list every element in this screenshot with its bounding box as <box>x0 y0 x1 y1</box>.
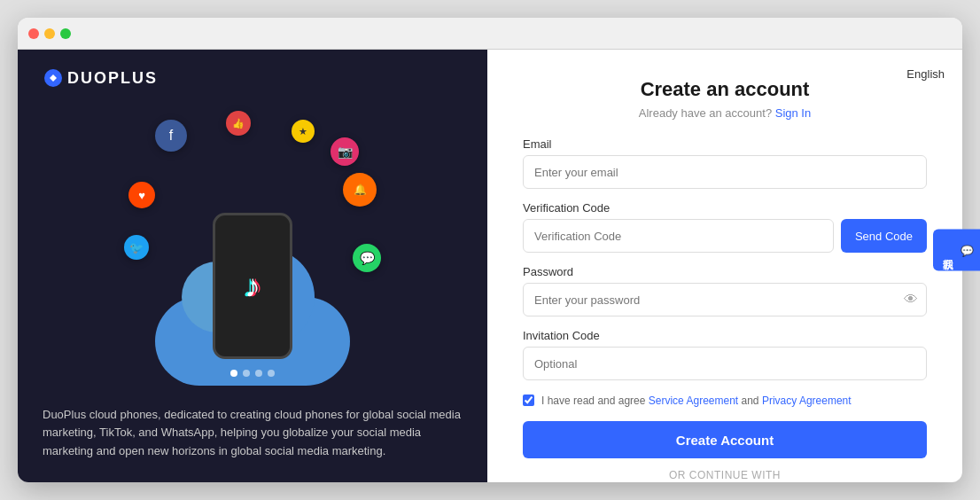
send-code-button[interactable]: Send Code <box>841 219 927 253</box>
verification-label: Verification Code <box>523 201 927 215</box>
like-icon: 👍 <box>226 111 251 136</box>
signin-link[interactable]: Sign In <box>775 106 811 120</box>
verification-group: Verification Code Send Code <box>523 201 927 253</box>
logo: DUOPLUS <box>43 67 158 89</box>
star-icon: ★ <box>292 120 315 143</box>
phone-dot <box>255 370 262 377</box>
notification-icon: 🔔 <box>343 173 377 207</box>
phone-dots <box>230 370 275 377</box>
titlebar <box>18 18 962 50</box>
agreement-text: I have read and agree Service Agreement … <box>541 393 852 409</box>
email-input[interactable] <box>523 155 927 189</box>
right-panel: English Create an account Already have a… <box>487 50 962 482</box>
left-description: DuoPlus cloud phones, dedicated to creat… <box>43 406 463 461</box>
invitation-label: Invitation Code <box>523 329 927 342</box>
minimize-button[interactable] <box>44 28 55 39</box>
create-account-button[interactable]: Create Account <box>523 421 927 458</box>
main-content: DUOPLUS ♪ <box>18 50 962 482</box>
form-subtitle: Already have an account? Sign In <box>523 106 927 120</box>
whatsapp-icon: 💬 <box>353 244 381 272</box>
password-label: Password <box>523 265 927 278</box>
privacy-agreement-link[interactable]: Privacy Agreement <box>762 395 852 407</box>
or-continue-text: OR CONTINUE WITH <box>523 469 927 481</box>
email-label: Email <box>523 137 927 151</box>
contact-us-button[interactable]: 💬 联系我们 <box>933 230 980 271</box>
phone-container: ♪ f 📷 ♥ 🔔 🐦 💬 ★ <box>120 111 385 395</box>
email-group: Email <box>523 137 927 189</box>
verification-row: Send Code <box>523 219 927 253</box>
agreement-row: I have read and agree Service Agreement … <box>523 393 927 409</box>
verification-input[interactable] <box>523 219 834 253</box>
password-input[interactable] <box>523 283 927 316</box>
traffic-lights <box>28 28 71 39</box>
contact-icon: 💬 <box>961 244 973 257</box>
logo-text: DUOPLUS <box>67 69 158 88</box>
phone: ♪ <box>213 213 292 359</box>
instagram-icon: 📷 <box>331 137 359 166</box>
form-title: Create an account <box>523 78 927 101</box>
logo-icon <box>43 67 64 89</box>
phone-dot <box>243 370 250 377</box>
invitation-input[interactable] <box>523 347 927 380</box>
illustration: ♪ f 📷 ♥ 🔔 🐦 💬 ★ <box>18 94 487 411</box>
eye-icon[interactable]: 👁 <box>904 292 918 308</box>
maximize-button[interactable] <box>60 28 71 39</box>
invitation-group: Invitation Code <box>523 329 927 380</box>
close-button[interactable] <box>28 28 39 39</box>
phone-dot <box>230 370 237 377</box>
phone-dot <box>268 370 275 377</box>
facebook-icon: f <box>155 120 187 152</box>
password-wrapper: 👁 <box>523 283 927 316</box>
language-selector[interactable]: English <box>906 67 945 81</box>
service-agreement-link[interactable]: Service Agreement <box>649 395 738 407</box>
left-panel: DUOPLUS ♪ <box>18 50 487 482</box>
tiktok-logo: ♪ <box>245 268 261 305</box>
heart-icon: ♥ <box>128 182 155 208</box>
app-window: DUOPLUS ♪ <box>18 18 962 482</box>
password-group: Password 👁 <box>523 265 927 316</box>
agreement-checkbox[interactable] <box>523 395 534 406</box>
twitter-icon: 🐦 <box>124 235 149 260</box>
